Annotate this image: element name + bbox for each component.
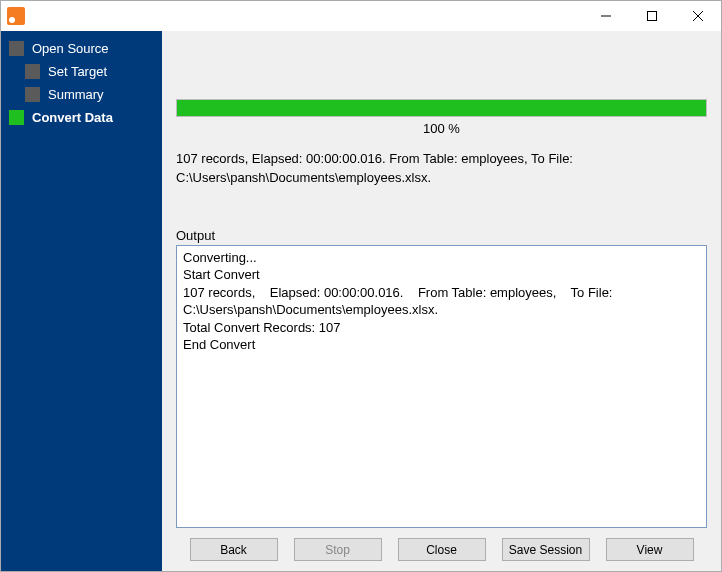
view-button[interactable]: View bbox=[606, 538, 694, 561]
svg-rect-1 bbox=[648, 12, 657, 21]
status-text: 107 records, Elapsed: 00:00:00.016. From… bbox=[176, 150, 707, 188]
close-button[interactable]: Close bbox=[398, 538, 486, 561]
step-icon bbox=[25, 87, 40, 102]
step-icon bbox=[9, 41, 24, 56]
main-panel: 100 % 107 records, Elapsed: 00:00:00.016… bbox=[162, 31, 721, 571]
content: Open Source Set Target Summary Convert D… bbox=[1, 31, 721, 571]
sidebar-item-summary[interactable]: Summary bbox=[1, 83, 162, 106]
app-icon bbox=[7, 7, 25, 25]
save-session-button[interactable]: Save Session bbox=[502, 538, 590, 561]
minimize-button[interactable] bbox=[583, 1, 629, 31]
progress-bar bbox=[176, 99, 707, 117]
sidebar-item-label: Open Source bbox=[32, 41, 109, 56]
sidebar-item-label: Summary bbox=[48, 87, 104, 102]
sidebar-item-set-target[interactable]: Set Target bbox=[1, 60, 162, 83]
progress-percent-label: 100 % bbox=[176, 121, 707, 136]
progress-fill bbox=[177, 100, 706, 116]
sidebar-item-convert-data[interactable]: Convert Data bbox=[1, 106, 162, 129]
sidebar-item-label: Convert Data bbox=[32, 110, 113, 125]
maximize-button[interactable] bbox=[629, 1, 675, 31]
output-textbox[interactable] bbox=[176, 245, 707, 528]
sidebar: Open Source Set Target Summary Convert D… bbox=[1, 31, 162, 571]
stop-button[interactable]: Stop bbox=[294, 538, 382, 561]
output-label: Output bbox=[176, 228, 707, 243]
close-window-button[interactable] bbox=[675, 1, 721, 31]
step-icon bbox=[25, 64, 40, 79]
step-icon bbox=[9, 110, 24, 125]
back-button[interactable]: Back bbox=[190, 538, 278, 561]
sidebar-item-open-source[interactable]: Open Source bbox=[1, 37, 162, 60]
button-row: Back Stop Close Save Session View bbox=[176, 538, 707, 561]
window-controls bbox=[583, 1, 721, 31]
progress-area: 100 % bbox=[176, 99, 707, 136]
titlebar bbox=[1, 1, 721, 31]
sidebar-item-label: Set Target bbox=[48, 64, 107, 79]
